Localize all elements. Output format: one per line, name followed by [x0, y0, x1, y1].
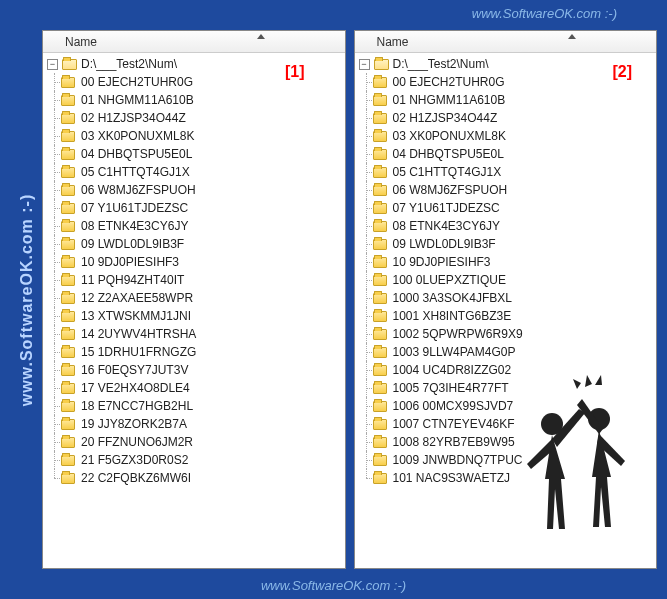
tree-view[interactable]: −D:\___Test2\Num\00 EJECH2TUHR0G01 NHGMM… [43, 53, 345, 568]
tree-item[interactable]: 08 ETNK4E3CY6JY [47, 217, 341, 235]
folder-icon [61, 347, 75, 358]
folder-icon [61, 149, 75, 160]
tree-root[interactable]: −D:\___Test2\Num\ [359, 55, 653, 73]
item-label: 00 EJECH2TUHR0G [79, 75, 193, 89]
folder-icon [61, 131, 75, 142]
tree-item[interactable]: 06 W8MJ6ZFSPUOH [47, 181, 341, 199]
item-label: 1008 82YRB7EB9W95 [391, 435, 515, 449]
tree-item[interactable]: 17 VE2HX4O8DLE4 [47, 379, 341, 397]
tree-item[interactable]: 05 C1HTTQT4GJ1X [359, 163, 653, 181]
item-label: 03 XK0PONUXML8K [79, 129, 194, 143]
item-label: 16 F0EQSY7JUT3V [79, 363, 188, 377]
tree-item[interactable]: 07 Y1U61TJDEZSC [47, 199, 341, 217]
tree-pane-left: Name [1] −D:\___Test2\Num\00 EJECH2TUHR0… [42, 30, 346, 569]
item-label: 12 Z2AXAEE58WPR [79, 291, 193, 305]
item-label: 1009 JNWBDNQ7TPUC [391, 453, 523, 467]
tree-item[interactable]: 1002 5QPWRPW6R9X9 [359, 325, 653, 343]
tree-item[interactable]: 05 C1HTTQT4GJ1X [47, 163, 341, 181]
folder-icon [373, 149, 387, 160]
item-label: 1005 7Q3IHE4R77FT [391, 381, 509, 395]
item-label: 1007 CTN7EYEV46KF [391, 417, 515, 431]
tree-item[interactable]: 04 DHBQTSPU5E0L [359, 145, 653, 163]
folder-icon [61, 437, 75, 448]
tree-item[interactable]: 22 C2FQBKZ6MW6I [47, 469, 341, 487]
item-label: 101 NAC9S3WAETZJ [391, 471, 511, 485]
tree-item[interactable]: 13 XTWSKMMJ1JNI [47, 307, 341, 325]
tree-item[interactable]: 00 EJECH2TUHR0G [47, 73, 341, 91]
tree-item[interactable]: 1006 00MCX99SJVD7 [359, 397, 653, 415]
column-header[interactable]: Name [355, 31, 657, 53]
tree-item[interactable]: 01 NHGMM11A610B [47, 91, 341, 109]
tree-item[interactable]: 00 EJECH2TUHR0G [359, 73, 653, 91]
tree-item[interactable]: 08 ETNK4E3CY6JY [359, 217, 653, 235]
tree-item[interactable]: 02 H1ZJSP34O44Z [47, 109, 341, 127]
item-label: 08 ETNK4E3CY6JY [391, 219, 500, 233]
item-label: 18 E7NCC7HGB2HL [79, 399, 193, 413]
item-label: 21 F5GZX3D0R0S2 [79, 453, 188, 467]
tree-item[interactable]: 100 0LUEPXZTIQUE [359, 271, 653, 289]
tree-item[interactable]: 02 H1ZJSP34O44Z [359, 109, 653, 127]
folder-icon [373, 95, 387, 106]
item-label: 04 DHBQTSPU5E0L [79, 147, 192, 161]
folder-icon [373, 329, 387, 340]
tree-item[interactable]: 21 F5GZX3D0R0S2 [47, 451, 341, 469]
tree-item[interactable]: 01 NHGMM11A610B [359, 91, 653, 109]
tree-item[interactable]: 10 9DJ0PIESIHF3 [359, 253, 653, 271]
folder-icon [61, 203, 75, 214]
collapse-icon[interactable]: − [359, 59, 370, 70]
tree-item[interactable]: 1009 JNWBDNQ7TPUC [359, 451, 653, 469]
tree-item[interactable]: 1004 UC4DR8IZZG02 [359, 361, 653, 379]
folder-icon [373, 419, 387, 430]
folder-icon [61, 185, 75, 196]
tree-item[interactable]: 09 LWDL0DL9IB3F [359, 235, 653, 253]
folder-icon [61, 77, 75, 88]
tree-item[interactable]: 1003 9LLW4PAM4G0P [359, 343, 653, 361]
item-label: 10 9DJ0PIESIHF3 [79, 255, 179, 269]
tree-item[interactable]: 04 DHBQTSPU5E0L [47, 145, 341, 163]
tree-item[interactable]: 03 XK0PONUXML8K [47, 127, 341, 145]
tree-item[interactable]: 1008 82YRB7EB9W95 [359, 433, 653, 451]
folder-icon [373, 239, 387, 250]
item-label: 1003 9LLW4PAM4G0P [391, 345, 516, 359]
folder-icon [61, 473, 75, 484]
tree-item[interactable]: 16 F0EQSY7JUT3V [47, 361, 341, 379]
tree-item[interactable]: 1001 XH8INTG6BZ3E [359, 307, 653, 325]
root-label: D:\___Test2\Num\ [393, 57, 489, 71]
tree-item[interactable]: 19 JJY8ZORK2B7A [47, 415, 341, 433]
folder-icon [61, 401, 75, 412]
folder-open-icon [374, 59, 389, 70]
panes-container: Name [1] −D:\___Test2\Num\00 EJECH2TUHR0… [42, 30, 657, 569]
tree-item[interactable]: 14 2UYWV4HTRSHA [47, 325, 341, 343]
tree-item[interactable]: 11 PQH94ZHT40IT [47, 271, 341, 289]
item-label: 13 XTWSKMMJ1JNI [79, 309, 191, 323]
item-label: 11 PQH94ZHT40IT [79, 273, 184, 287]
folder-open-icon [62, 59, 77, 70]
item-label: 1001 XH8INTG6BZ3E [391, 309, 512, 323]
folder-icon [373, 185, 387, 196]
tree-item[interactable]: 101 NAC9S3WAETZJ [359, 469, 653, 487]
tree-item[interactable]: 03 XK0PONUXML8K [359, 127, 653, 145]
item-label: 02 H1ZJSP34O44Z [391, 111, 498, 125]
tree-item[interactable]: 06 W8MJ6ZFSPUOH [359, 181, 653, 199]
folder-icon [373, 365, 387, 376]
tree-item[interactable]: 1007 CTN7EYEV46KF [359, 415, 653, 433]
tree-item[interactable]: 07 Y1U61TJDEZSC [359, 199, 653, 217]
tree-item[interactable]: 15 1DRHU1FRNGZG [47, 343, 341, 361]
folder-icon [373, 131, 387, 142]
folder-icon [61, 455, 75, 466]
folder-icon [61, 113, 75, 124]
tree-item[interactable]: 18 E7NCC7HGB2HL [47, 397, 341, 415]
folder-icon [373, 221, 387, 232]
collapse-icon[interactable]: − [47, 59, 58, 70]
tree-view[interactable]: −D:\___Test2\Num\00 EJECH2TUHR0G01 NHGMM… [355, 53, 657, 568]
item-label: 10 9DJ0PIESIHF3 [391, 255, 491, 269]
tree-item[interactable]: 20 FFZNUNO6JM2R [47, 433, 341, 451]
tree-item[interactable]: 1005 7Q3IHE4R77FT [359, 379, 653, 397]
column-header[interactable]: Name [43, 31, 345, 53]
tree-item[interactable]: 10 9DJ0PIESIHF3 [47, 253, 341, 271]
tree-item[interactable]: 09 LWDL0DL9IB3F [47, 235, 341, 253]
watermark-side: www.SoftwareOK.com :-) [18, 193, 36, 406]
item-label: 1002 5QPWRPW6R9X9 [391, 327, 523, 341]
tree-item[interactable]: 1000 3A3SOK4JFBXL [359, 289, 653, 307]
tree-item[interactable]: 12 Z2AXAEE58WPR [47, 289, 341, 307]
